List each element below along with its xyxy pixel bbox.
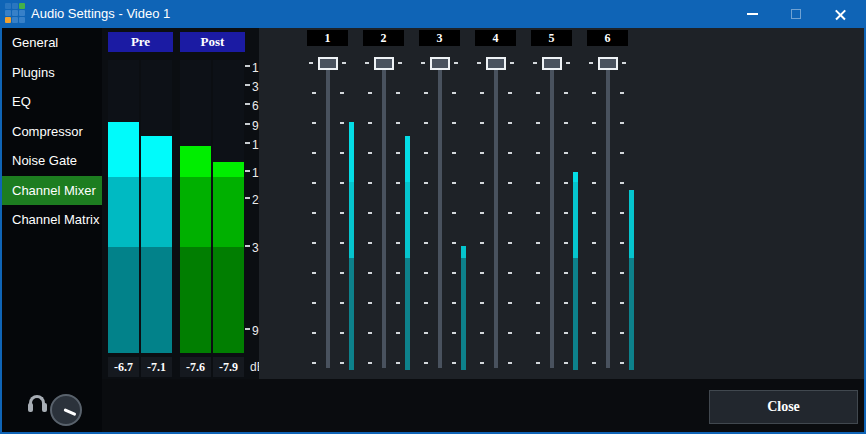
slider-tick bbox=[340, 92, 344, 94]
slider-tick bbox=[452, 242, 456, 244]
slider-tick bbox=[592, 92, 596, 94]
slider-tick bbox=[452, 332, 456, 334]
window-title: Audio Settings - Video 1 bbox=[31, 0, 170, 28]
channel-4-slider-track[interactable] bbox=[494, 59, 498, 368]
titlebar[interactable]: Audio Settings - Video 1 bbox=[0, 0, 866, 28]
channel-5-slider-track[interactable] bbox=[550, 59, 554, 368]
slider-tick bbox=[564, 362, 568, 364]
slider-tick bbox=[536, 182, 540, 184]
slider-tick bbox=[396, 152, 400, 154]
meter-fill-segment bbox=[213, 247, 244, 353]
scale-label: 9 bbox=[252, 119, 259, 133]
slider-tick bbox=[480, 332, 484, 334]
channel-slider-panel: 123456 bbox=[259, 28, 864, 379]
slider-tick bbox=[536, 152, 540, 154]
channel-6-slider-handle[interactable] bbox=[598, 57, 618, 70]
slider-tick bbox=[368, 302, 372, 304]
slider-tick bbox=[368, 272, 372, 274]
slider-tick bbox=[340, 122, 344, 124]
slider-tick bbox=[368, 242, 372, 244]
slider-tick bbox=[452, 182, 456, 184]
slider-tick bbox=[312, 152, 316, 154]
meter-fill-segment bbox=[108, 122, 139, 177]
slider-tick bbox=[622, 62, 626, 64]
slider-tick bbox=[620, 302, 624, 304]
slider-tick bbox=[508, 302, 512, 304]
slider-tick bbox=[424, 122, 428, 124]
scale-tick bbox=[245, 65, 250, 67]
slider-tick bbox=[312, 332, 316, 334]
channel-2-slider-handle[interactable] bbox=[374, 57, 394, 70]
slider-tick bbox=[620, 182, 624, 184]
headphones-cup-right bbox=[42, 403, 47, 412]
channel-1-slider-track[interactable] bbox=[326, 59, 330, 368]
headphone-volume-knob[interactable] bbox=[50, 394, 82, 426]
sidebar-item-compressor[interactable]: Compressor bbox=[2, 117, 102, 147]
slider-tick bbox=[424, 182, 428, 184]
slider-tick bbox=[480, 272, 484, 274]
sidebar-item-plugins[interactable]: Plugins bbox=[2, 58, 102, 88]
slider-tick bbox=[452, 122, 456, 124]
slider-tick bbox=[396, 332, 400, 334]
close-window-button[interactable] bbox=[818, 0, 862, 28]
sidebar-item-noise-gate[interactable]: Noise Gate bbox=[2, 146, 102, 176]
slider-tick bbox=[480, 242, 484, 244]
slider-tick bbox=[452, 152, 456, 154]
slider-tick bbox=[592, 272, 596, 274]
channel-4-slider-handle[interactable] bbox=[486, 57, 506, 70]
scale-tick bbox=[245, 245, 250, 247]
channel-1-meter-segment bbox=[349, 182, 354, 258]
channel-3-slider-track[interactable] bbox=[438, 59, 442, 368]
minimize-button[interactable] bbox=[730, 0, 774, 28]
sidebar-item-eq[interactable]: EQ bbox=[2, 87, 102, 117]
slider-tick bbox=[620, 332, 624, 334]
meter-fill-segment bbox=[180, 146, 211, 177]
slider-tick bbox=[564, 272, 568, 274]
channel-6-header: 6 bbox=[587, 30, 628, 46]
slider-tick bbox=[564, 242, 568, 244]
app-logo-square bbox=[5, 3, 11, 9]
slider-tick bbox=[480, 182, 484, 184]
channel-3-slider-handle[interactable] bbox=[430, 57, 450, 70]
slider-tick bbox=[480, 302, 484, 304]
slider-tick bbox=[396, 122, 400, 124]
channel-6-slider-track[interactable] bbox=[606, 59, 610, 368]
headphones-icon[interactable] bbox=[28, 394, 47, 412]
scale-tick bbox=[245, 197, 250, 199]
slider-tick bbox=[589, 62, 593, 64]
slider-tick bbox=[480, 122, 484, 124]
app-logo-square bbox=[19, 10, 25, 16]
slider-tick bbox=[564, 332, 568, 334]
close-button[interactable]: Close bbox=[709, 390, 858, 424]
slider-tick bbox=[508, 182, 512, 184]
slider-tick bbox=[508, 272, 512, 274]
slider-tick bbox=[368, 92, 372, 94]
slider-tick bbox=[342, 62, 346, 64]
channel-2-header: 2 bbox=[363, 30, 404, 46]
post-button[interactable]: Post bbox=[180, 32, 245, 52]
slider-tick bbox=[424, 152, 428, 154]
channel-5-slider-handle[interactable] bbox=[542, 57, 562, 70]
headphones-cup-left bbox=[28, 403, 33, 412]
sidebar-item-channel-matrix[interactable]: Channel Matrix bbox=[2, 205, 102, 235]
slider-tick bbox=[564, 152, 568, 154]
slider-tick bbox=[564, 182, 568, 184]
slider-tick bbox=[508, 92, 512, 94]
scale-tick bbox=[245, 103, 250, 105]
pre-button[interactable]: Pre bbox=[108, 32, 173, 52]
post-level-value-2: -7.9 bbox=[213, 357, 244, 377]
channel-1-slider-handle[interactable] bbox=[318, 57, 338, 70]
app-logo-square bbox=[12, 17, 18, 23]
meter-fill-segment bbox=[213, 162, 244, 177]
sidebar-item-channel-mixer[interactable]: Channel Mixer bbox=[2, 176, 102, 206]
slider-tick bbox=[620, 242, 624, 244]
slider-tick bbox=[309, 62, 313, 64]
slider-tick bbox=[620, 152, 624, 154]
maximize-button bbox=[774, 0, 818, 28]
sidebar-item-general[interactable]: General bbox=[2, 28, 102, 58]
slider-tick bbox=[620, 362, 624, 364]
slider-tick bbox=[424, 242, 428, 244]
app-logo-square bbox=[19, 3, 25, 9]
audio-settings-window: Audio Settings - Video 1 GeneralPluginsE… bbox=[0, 0, 866, 434]
channel-2-slider-track[interactable] bbox=[382, 59, 386, 368]
